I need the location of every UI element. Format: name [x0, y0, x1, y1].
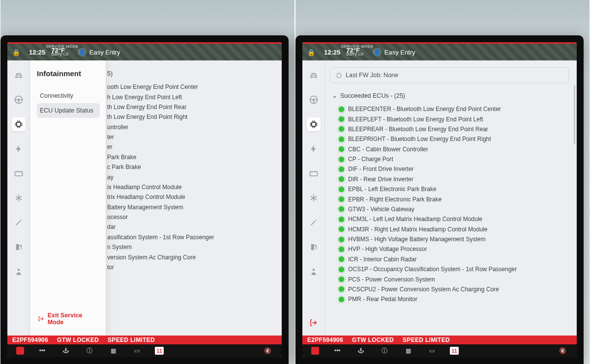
dock-dash-icon[interactable]: ▭	[426, 346, 437, 355]
car-icon[interactable]	[307, 68, 321, 82]
banner-vin: E2PF594906	[307, 336, 343, 343]
location: Barry Cir	[346, 52, 364, 56]
fuel-icon[interactable]	[12, 240, 26, 254]
ecu-row[interactable]: HCM3R - Right Led Matrix Headlamp Contro…	[330, 224, 569, 234]
status-dot-icon	[339, 206, 344, 212]
bolt-icon[interactable]	[12, 142, 26, 156]
steering-wheel-icon[interactable]	[307, 93, 321, 107]
dock-joystick-icon[interactable]: 🕹	[60, 346, 71, 355]
status-bar: SERVICE MODE 🔒 12:25 72°F Barry Cir 👤 Ea…	[7, 44, 282, 60]
ecu-row[interactable]: PCSCPU2 - Power Conversion System Ac Cha…	[330, 284, 569, 294]
ecu-row[interactable]: BLEEPREAR - Bluetooth Low Energy End Poi…	[330, 124, 569, 134]
ecu-row-partial: th Low Energy End Point Rear	[106, 102, 274, 112]
chip-icon[interactable]	[12, 117, 26, 131]
content-body: Last FW Job: None ⌄ Succeeded ECUs - (25…	[302, 60, 577, 336]
dock-mute-icon[interactable]: 🔇	[262, 346, 273, 355]
dock-dash-icon[interactable]: ▭	[131, 346, 142, 355]
exit-service-mode-link[interactable]: Exit Service Mode	[37, 308, 100, 330]
bolt-icon[interactable]	[307, 142, 321, 156]
ecu-row-partial: ooth Low Energy End Point Center	[106, 82, 274, 92]
ecu-row[interactable]: BLEEPCENTER - Bluetooth Low Energy End P…	[330, 104, 569, 114]
alert-banner: E2PF594906 GTW LOCKED SPEED LIMITED	[7, 336, 282, 344]
ecu-row[interactable]: OCS1P - Occupancy Classification System …	[330, 264, 569, 274]
ecu-row[interactable]: ICR - Interior Cabin Radar	[330, 254, 569, 264]
ecu-row[interactable]: DIR - Rear Drive Inverter	[330, 174, 569, 184]
dock-grid-icon[interactable]: ▦	[403, 346, 413, 355]
ecu-row[interactable]: EPBR - Right Electronic Park Brake	[330, 194, 569, 204]
status-dot-icon	[339, 247, 344, 252]
pencil-icon[interactable]	[12, 216, 26, 229]
ecu-row[interactable]: HCM3L - Left Led Matrix Headlamp Control…	[330, 214, 569, 224]
battery-icon[interactable]	[12, 167, 26, 180]
fuel-icon[interactable]	[307, 240, 321, 254]
ecu-row-partial: trix Headlamp Control Module	[106, 192, 274, 202]
status-bar: SERVICE MODE 🔒 12:25 72°F Barry Cir 👤 Ea…	[302, 44, 577, 60]
ecu-row[interactable]: CBC - Cabin Blower Controller	[330, 144, 569, 154]
battery-icon[interactable]	[307, 167, 321, 180]
dock-calendar-icon[interactable]: 11	[450, 347, 459, 355]
steering-wheel-icon[interactable]	[12, 93, 26, 107]
ecu-row[interactable]: DIF - Front Drive Inverter	[330, 164, 569, 174]
fw-job-row[interactable]: Last FW Job: None	[330, 67, 569, 83]
ecu-row-partial: tor	[106, 262, 274, 272]
dock-calendar-icon[interactable]: 11	[155, 347, 164, 355]
chip-icon[interactable]	[307, 117, 321, 131]
ecu-row[interactable]: GTW3 - Vehicle Gateway	[330, 204, 569, 214]
ecu-row[interactable]: EPBL - Left Electronic Park Brake	[330, 184, 569, 194]
dock-info-icon[interactable]: ⓘ	[379, 346, 390, 355]
scrollbar[interactable]	[574, 85, 575, 144]
profile-name[interactable]: Easy Entry	[384, 49, 415, 56]
succeeded-group-header[interactable]: ⌄ Succeeded ECUs - (25)	[330, 89, 569, 104]
dock-app-icon[interactable]	[311, 347, 319, 355]
dock-more-icon[interactable]: •••	[332, 346, 343, 355]
profile-name[interactable]: Easy Entry	[89, 49, 120, 56]
dock-grid-icon[interactable]: ▦	[108, 346, 118, 355]
banner-gtw: GTW LOCKED	[57, 336, 99, 343]
submenu-panel: Infotainment Connectivity ECU Update Sta…	[30, 60, 106, 336]
ecu-row-partial: h Low Energy End Point Left	[106, 92, 274, 102]
ecu-row[interactable]: PCS - Power Conversion System	[330, 274, 569, 284]
status-dot-icon	[339, 157, 344, 162]
temp-block: 72°F Barry Cir	[51, 48, 69, 56]
status-dot-icon	[339, 187, 344, 192]
ecu-label: BLEEPLEFT - Bluetooth Low Energy End Poi…	[348, 116, 483, 123]
seat-icon[interactable]	[307, 265, 321, 279]
dock-joystick-icon[interactable]: 🕹	[355, 346, 366, 355]
service-mode-label: SERVICE MODE	[46, 44, 79, 49]
dock-app-icon[interactable]	[16, 347, 24, 355]
ecu-row[interactable]: BLEEPRIGHT - Bluetooth Low Energy End Po…	[330, 134, 569, 144]
dock-info-icon[interactable]: ⓘ	[84, 346, 95, 355]
ecu-row[interactable]: PMR - Rear Pedal Monitor	[330, 294, 569, 304]
ecu-label: CBC - Cabin Blower Controller	[348, 146, 428, 153]
banner-speed: SPEED LIMITED	[403, 336, 450, 343]
ecu-row[interactable]: HVBMS - High Voltage Battery Management …	[330, 234, 569, 244]
exit-icon[interactable]	[307, 316, 321, 330]
snowflake-icon[interactable]	[12, 191, 26, 205]
dock-more-icon[interactable]: •••	[37, 346, 48, 355]
service-mode-label: SERVICE MODE	[341, 44, 374, 49]
ecu-list-partial: 5)ooth Low Energy End Point Centerh Low …	[106, 60, 282, 336]
submenu-item-connectivity[interactable]: Connectivity	[37, 88, 100, 103]
ecu-list-full[interactable]: Last FW Job: None ⌄ Succeeded ECUs - (25…	[325, 60, 577, 336]
dock-mute-icon[interactable]: 🔇	[557, 346, 568, 355]
svg-rect-2	[16, 122, 20, 126]
seat-icon[interactable]	[12, 265, 26, 279]
ecu-label: DIR - Rear Drive Inverter	[348, 176, 413, 183]
profile-icon[interactable]: 👤	[78, 48, 87, 56]
profile-icon[interactable]: 👤	[373, 48, 382, 56]
ecu-row-partial: assification System - 1st Row Passenger	[106, 232, 274, 242]
car-icon[interactable]	[12, 68, 26, 82]
pencil-icon[interactable]	[307, 216, 321, 229]
snowflake-icon[interactable]	[307, 191, 321, 205]
ecu-row-partial: ix Headlamp Control Module	[106, 182, 274, 192]
submenu-item-ecu-update[interactable]: ECU Update Status	[37, 103, 100, 118]
ecu-row[interactable]: HVP - High Voltage Processor	[330, 244, 569, 254]
status-dot-icon	[339, 226, 344, 232]
clock: 12:25	[324, 49, 340, 56]
section-title: Infotainment	[37, 69, 100, 78]
ecu-row[interactable]: CP - Charge Port	[330, 154, 569, 164]
ecu-label: HCM3L - Left Led Matrix Headlamp Control…	[348, 216, 482, 223]
content-body: Infotainment Connectivity ECU Update Sta…	[7, 60, 282, 336]
sidebar-rail	[7, 60, 30, 336]
ecu-row[interactable]: BLEEPLEFT - Bluetooth Low Energy End Poi…	[330, 114, 569, 124]
